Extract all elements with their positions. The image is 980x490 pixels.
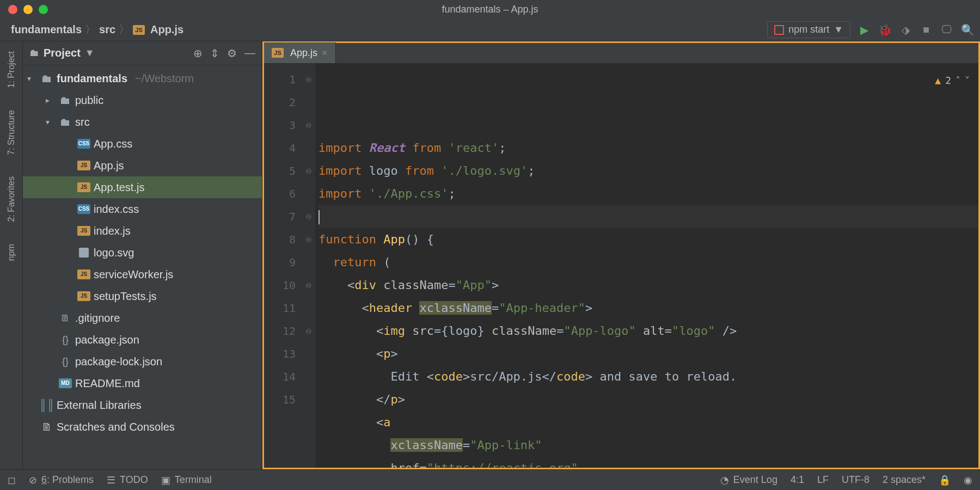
code-line[interactable]: xclassName="App-link" bbox=[318, 434, 978, 457]
problems-button[interactable]: ⊘6: Problems bbox=[29, 474, 94, 486]
tree-row[interactable]: JSsetupTests.js bbox=[23, 285, 262, 307]
chevron-down-icon[interactable]: ˅ bbox=[965, 69, 970, 92]
tree-label: package.json bbox=[75, 334, 139, 346]
expand-all-icon[interactable]: ⇕ bbox=[210, 47, 219, 60]
code-line[interactable]: href="https://reactjs.org" bbox=[318, 457, 978, 468]
close-icon[interactable]: × bbox=[322, 47, 328, 59]
chevron-down-icon[interactable]: ▼ bbox=[85, 47, 95, 59]
memory-icon[interactable]: ◉ bbox=[964, 474, 972, 486]
breadcrumb-item[interactable]: App.js bbox=[150, 23, 183, 36]
tree-label: fundamentals bbox=[57, 72, 127, 85]
code-line[interactable]: <div className="App"> bbox=[318, 274, 978, 297]
code-line[interactable]: <header xclassName="App-header"> bbox=[318, 297, 978, 320]
panel-title[interactable]: Project bbox=[44, 47, 81, 59]
code-line[interactable]: </p> bbox=[318, 388, 978, 411]
tree-label: .gitignore bbox=[75, 312, 120, 324]
js-file-icon: JS bbox=[133, 25, 145, 35]
editor[interactable]: 123456789101112131415 ⊖⊖⊖⊖⊖⊖⊖ ▲ 2 ˄ ˅ im… bbox=[264, 64, 978, 468]
md-file-icon: MD bbox=[59, 378, 72, 388]
tree-row[interactable]: CSSindex.css bbox=[23, 198, 262, 220]
code-line[interactable]: <p> bbox=[318, 342, 978, 365]
editor-area: JS App.js × 123456789101112131415 ⊖⊖⊖⊖⊖⊖… bbox=[262, 41, 980, 469]
todo-button[interactable]: ☰TODO bbox=[107, 474, 148, 486]
file-encoding[interactable]: UTF-8 bbox=[842, 474, 869, 486]
tool-window-favorites[interactable]: 2: Favorites bbox=[7, 171, 16, 228]
event-log-button[interactable]: ◔Event Log bbox=[720, 474, 777, 486]
code-line[interactable]: Edit <code>src/App.js</code> and save to… bbox=[318, 365, 978, 388]
coverage-button[interactable]: ⬗ bbox=[898, 23, 912, 37]
search-button[interactable]: 🔍 bbox=[960, 23, 975, 37]
breadcrumb-item[interactable]: src bbox=[99, 23, 115, 36]
update-button[interactable]: 🖵 bbox=[940, 23, 954, 37]
fold-gutter[interactable]: ⊖⊖⊖⊖⊖⊖⊖ bbox=[302, 64, 315, 468]
code-line[interactable]: function App() { bbox=[318, 228, 978, 251]
event-log-icon: ◔ bbox=[720, 474, 729, 486]
chevron-up-icon[interactable]: ˄ bbox=[955, 69, 960, 92]
run-configuration-dropdown[interactable]: npm start ▼ bbox=[767, 21, 850, 38]
tree-row[interactable]: JSApp.test.js bbox=[23, 176, 262, 198]
js-file-icon: JS bbox=[77, 226, 90, 236]
project-tree[interactable]: ▾🖿fundamentals~/Webstorm▸🖿public▾🖿srcCSS… bbox=[23, 65, 262, 469]
tool-window-npm[interactable]: npm bbox=[7, 238, 16, 266]
code-line[interactable]: import './App.css'; bbox=[318, 182, 978, 205]
line-separator[interactable]: LF bbox=[817, 474, 829, 486]
tool-window-structure[interactable]: 7: Structure bbox=[7, 105, 16, 161]
tree-row[interactable]: MDREADME.md bbox=[23, 372, 262, 394]
code-line[interactable]: <a bbox=[318, 411, 978, 434]
tree-row[interactable]: JSApp.js bbox=[23, 155, 262, 176]
tree-row[interactable]: {}package.json bbox=[23, 329, 262, 351]
code-line[interactable]: <img src={logo} className="App-logo" alt… bbox=[318, 320, 978, 342]
tool-window-project[interactable]: 1: Project bbox=[7, 46, 16, 94]
file-icon: 🗎 bbox=[60, 313, 70, 324]
gear-icon[interactable]: ⚙ bbox=[227, 47, 237, 60]
minimize-window-icon[interactable] bbox=[23, 5, 33, 14]
tree-label: External Libraries bbox=[57, 399, 142, 412]
tree-row[interactable]: ║║External Libraries bbox=[23, 394, 262, 416]
code-line[interactable]: return ( bbox=[318, 251, 978, 274]
maximize-window-icon[interactable] bbox=[39, 5, 48, 14]
project-icon: 🖿 bbox=[29, 47, 39, 59]
tree-arrow-icon[interactable]: ▾ bbox=[27, 74, 37, 83]
inspection-widget[interactable]: ▲ 2 ˄ ˅ bbox=[935, 69, 970, 92]
run-button[interactable]: ▶ bbox=[857, 23, 871, 37]
tree-row[interactable]: 🗎Scratches and Consoles bbox=[23, 416, 262, 438]
lock-icon[interactable]: 🔒 bbox=[939, 474, 951, 486]
folder-icon: 🖿 bbox=[60, 94, 71, 107]
tree-label: public bbox=[75, 94, 103, 107]
indent-settings[interactable]: 2 spaces* bbox=[883, 474, 926, 486]
code-line[interactable]: import React from 'react'; bbox=[318, 137, 978, 160]
tree-row[interactable]: ▸🖿public bbox=[23, 89, 262, 111]
terminal-button[interactable]: ▣Terminal bbox=[161, 474, 212, 486]
folder-icon: 🖿 bbox=[60, 116, 71, 128]
code-line[interactable] bbox=[318, 205, 978, 228]
breadcrumb-item[interactable]: fundamentals bbox=[11, 23, 82, 36]
code-line[interactable]: import logo from './logo.svg'; bbox=[318, 160, 978, 182]
hide-icon[interactable]: — bbox=[244, 47, 255, 60]
breadcrumb[interactable]: fundamentals 〉 src 〉 JS App.js bbox=[5, 22, 183, 37]
close-window-icon[interactable] bbox=[8, 5, 17, 14]
code-area[interactable]: ▲ 2 ˄ ˅ import React from 'react';import… bbox=[315, 64, 978, 468]
tree-row[interactable]: ▾🖿fundamentals~/Webstorm bbox=[23, 68, 262, 89]
tree-arrow-icon[interactable]: ▾ bbox=[46, 118, 56, 126]
window-title: fundamentals – App.js bbox=[442, 4, 538, 15]
text-cursor bbox=[318, 210, 320, 224]
tree-label: App.js bbox=[94, 160, 124, 172]
locate-icon[interactable]: ⊕ bbox=[193, 47, 203, 60]
editor-tab-label: App.js bbox=[290, 47, 317, 59]
tree-row[interactable]: {}package-lock.json bbox=[23, 351, 262, 372]
debug-button[interactable]: 🐞 bbox=[878, 23, 892, 37]
tree-row[interactable]: logo.svg bbox=[23, 242, 262, 264]
show-tool-icon[interactable]: ◻ bbox=[8, 474, 16, 486]
tree-suffix: ~/Webstorm bbox=[135, 72, 194, 85]
tree-row[interactable]: JSserviceWorker.js bbox=[23, 264, 262, 285]
tree-row[interactable]: JSindex.js bbox=[23, 220, 262, 242]
js-file-icon: JS bbox=[77, 182, 90, 192]
tree-arrow-icon[interactable]: ▸ bbox=[46, 96, 56, 105]
tree-row[interactable]: 🗎.gitignore bbox=[23, 307, 262, 329]
cursor-position[interactable]: 4:1 bbox=[791, 474, 804, 486]
stop-button[interactable]: ■ bbox=[919, 23, 933, 37]
tree-row[interactable]: ▾🖿src bbox=[23, 111, 262, 133]
line-gutter[interactable]: 123456789101112131415 bbox=[264, 64, 302, 468]
editor-tab[interactable]: JS App.js × bbox=[264, 42, 336, 63]
tree-row[interactable]: CSSApp.css bbox=[23, 133, 262, 155]
